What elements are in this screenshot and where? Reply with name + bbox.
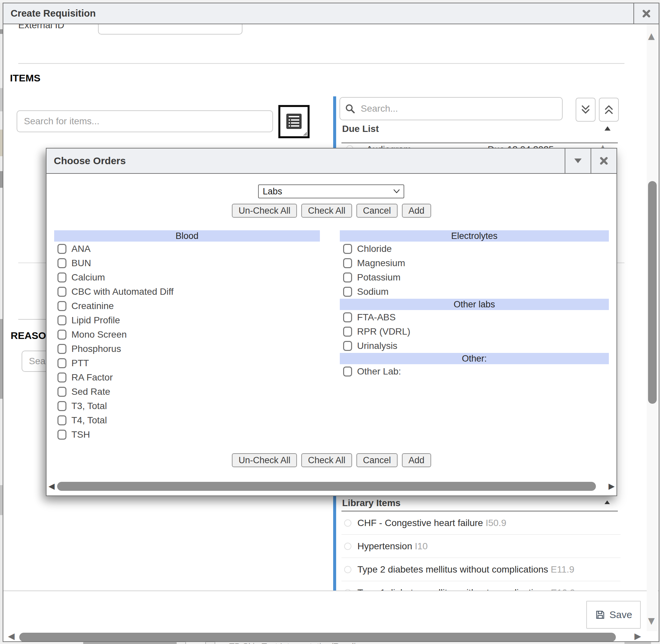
dialog-scrollbar-thumb[interactable] [57, 482, 596, 491]
scroll-left-icon[interactable]: ◀ [8, 632, 15, 640]
choose-orders-list-button[interactable] [278, 105, 310, 138]
dialog-horizontal-scrollbar[interactable]: ◀ ▶ [48, 480, 615, 493]
radio-icon[interactable] [344, 543, 351, 550]
vertical-scrollbar[interactable]: ▲ ▼ [647, 24, 658, 631]
library-item-chf-congestive-heart-failure[interactable]: CHF - Congestive heart failure I50.9 [341, 511, 620, 535]
lab-option-potassium[interactable]: Potassium [340, 270, 609, 284]
checkbox-ra-factor[interactable] [57, 372, 66, 383]
lab-option-ana[interactable]: ANA [54, 242, 320, 256]
lab-option-sodium[interactable]: Sodium [340, 284, 609, 299]
lab-option-calcium[interactable]: Calcium [54, 270, 320, 284]
expand-all-button[interactable] [599, 98, 619, 122]
checkbox-potassium[interactable] [343, 273, 352, 282]
check-all-button[interactable]: Check All [301, 453, 352, 467]
dialog-minimize-button[interactable] [565, 148, 591, 173]
checkbox-t3-total[interactable] [57, 401, 66, 411]
checkbox-phosphorus[interactable] [57, 344, 66, 354]
checkbox-mono-screen[interactable] [57, 330, 66, 340]
due-list-collapse-icon[interactable] [605, 126, 611, 131]
background-top-strip [0, 0, 660, 3]
lab-option-cbc-with-automated-diff[interactable]: CBC with Automated Diff [54, 284, 320, 299]
resize-corner-icon [303, 132, 307, 136]
lab-option-label: Phosphorus [66, 344, 121, 354]
items-search-input[interactable] [17, 110, 273, 132]
scroll-left-icon[interactable]: ◀ [48, 482, 54, 490]
collapse-all-button[interactable] [575, 98, 595, 122]
un-check-all-button[interactable]: Un-Check All [232, 453, 297, 467]
lab-option-rpr-vdrl[interactable]: RPR (VDRL) [340, 324, 609, 339]
checkbox-t4-total[interactable] [57, 415, 66, 426]
background-clipped-text: TB Skin Test Interpretation/Reading [229, 642, 366, 644]
diagnosis-code: I50.9 [486, 518, 506, 528]
scroll-right-icon[interactable]: ▶ [609, 482, 614, 490]
radio-icon[interactable] [344, 566, 351, 573]
checkbox-bun[interactable] [57, 258, 66, 268]
lab-option-label: Creatinine [66, 301, 114, 312]
library-item-type-1-diabetes-mellitus-without-complic[interactable]: Type 1 diabetes mellitus without complic… [341, 581, 620, 591]
checkbox-other-lab[interactable] [343, 367, 352, 376]
radio-icon[interactable] [344, 520, 351, 527]
lab-option-t4-total[interactable]: T4, Total [54, 413, 320, 427]
lab-option-chloride[interactable]: Chloride [340, 242, 609, 256]
lab-group-header-electrolytes: Electrolytes [340, 230, 609, 242]
lab-option-phosphorus[interactable]: Phosphorus [54, 342, 320, 356]
checkbox-ana[interactable] [57, 244, 66, 254]
category-select[interactable]: Labs [258, 184, 404, 199]
checkbox-creatinine[interactable] [57, 301, 66, 311]
un-check-all-button[interactable]: Un-Check All [232, 204, 297, 218]
checkbox-calcium[interactable] [57, 273, 66, 282]
checkbox-cbc-with-automated-diff[interactable] [57, 287, 66, 297]
window-close-button[interactable] [633, 3, 659, 24]
library-item-hypertension[interactable]: Hypertension I10 [341, 535, 620, 558]
lab-option-sed-rate[interactable]: Sed Rate [54, 385, 320, 399]
checkbox-rpr-vdrl[interactable] [343, 327, 352, 337]
lab-option-ra-factor[interactable]: RA Factor [54, 370, 320, 385]
lab-option-t3-total[interactable]: T3, Total [54, 399, 320, 413]
checkbox-ptt[interactable] [57, 358, 66, 368]
checkbox-sed-rate[interactable] [57, 387, 66, 397]
scroll-up-icon[interactable]: ▲ [648, 31, 655, 40]
checkbox-lipid-profile[interactable] [57, 315, 66, 325]
checkbox-urinalysis[interactable] [343, 341, 352, 351]
horizontal-scrollbar[interactable]: ◀ ▶ [4, 631, 646, 641]
vertical-scrollbar-thumb[interactable] [648, 181, 657, 404]
library-item-type-2-diabetes-mellitus-without-complic[interactable]: Type 2 diabetes mellitus without complic… [341, 558, 620, 581]
lab-option-label: ANA [66, 244, 91, 254]
scroll-right-icon[interactable]: ▶ [634, 632, 641, 640]
lab-option-urinalysis[interactable]: Urinalysis [340, 339, 609, 353]
save-button[interactable]: Save [586, 601, 641, 629]
category-select-wrap: Labs [258, 184, 404, 199]
window-title: Create Requisition [3, 8, 96, 19]
checkbox-fta-abs[interactable] [343, 313, 352, 322]
lab-option-fta-abs[interactable]: FTA-ABS [340, 310, 609, 324]
dialog-close-button[interactable] [591, 148, 616, 173]
library-collapse-icon[interactable] [605, 501, 610, 504]
lab-option-ptt[interactable]: PTT [54, 356, 320, 370]
panel-search-input[interactable] [339, 97, 563, 120]
create-requisition-window: External ID ITEMS Due L [3, 3, 659, 642]
background-fragment [205, 642, 215, 644]
due-list-underline [341, 142, 618, 143]
checkbox-magnesium[interactable] [343, 258, 352, 268]
lab-option-mono-screen[interactable]: Mono Screen [54, 327, 320, 342]
lab-option-label: BUN [66, 258, 91, 269]
cancel-button[interactable]: Cancel [356, 453, 398, 467]
checkbox-chloride[interactable] [343, 244, 352, 254]
scroll-down-icon[interactable]: ▼ [648, 616, 655, 625]
add-button[interactable]: Add [402, 204, 431, 218]
cancel-button[interactable]: Cancel [356, 204, 398, 218]
horizontal-scrollbar-thumb[interactable] [19, 633, 616, 642]
dialog-buttons-bottom: Un-Check AllCheck AllCancelAdd [47, 453, 616, 467]
lab-option-bun[interactable]: BUN [54, 256, 320, 270]
lab-option-tsh[interactable]: TSH [54, 427, 320, 442]
lab-option-magnesium[interactable]: Magnesium [340, 256, 609, 270]
lab-option-other-lab[interactable]: Other Lab: [340, 364, 609, 378]
check-all-button[interactable]: Check All [301, 204, 352, 218]
lab-option-creatinine[interactable]: Creatinine [54, 299, 320, 313]
lab-option-label: T3, Total [66, 401, 107, 411]
lab-option-lipid-profile[interactable]: Lipid Profile [54, 313, 320, 327]
checkbox-tsh[interactable] [57, 430, 66, 440]
checkbox-sodium[interactable] [343, 287, 352, 297]
lab-option-label: CBC with Automated Diff [66, 286, 174, 297]
add-button[interactable]: Add [402, 453, 431, 467]
